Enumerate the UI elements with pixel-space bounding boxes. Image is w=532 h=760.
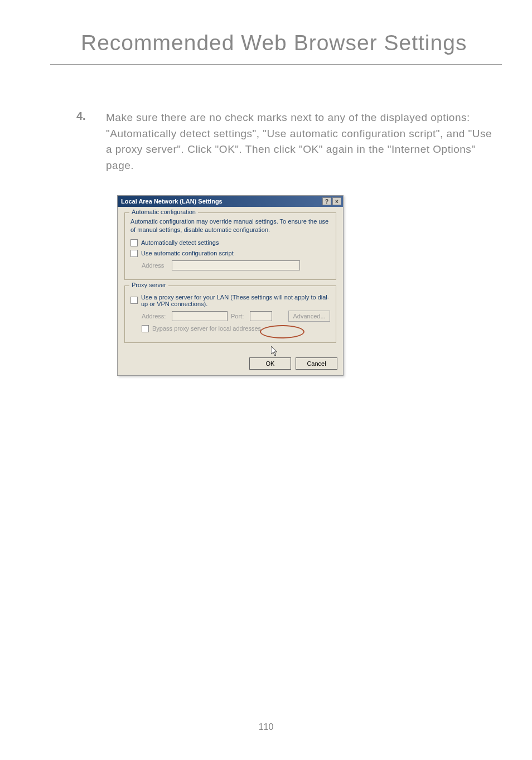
proxy-address-input bbox=[172, 311, 228, 321]
detect-settings-checkbox[interactable] bbox=[130, 239, 138, 246]
close-button[interactable]: × bbox=[332, 197, 341, 205]
config-script-label: Use automatic configuration script bbox=[141, 250, 234, 256]
auto-config-desc: Automatic configuration may override man… bbox=[130, 217, 330, 235]
script-address-label: Address bbox=[142, 262, 168, 269]
page-title: Recommended Web Browser Settings bbox=[81, 31, 467, 55]
page-number: 110 bbox=[259, 722, 274, 732]
detect-settings-label: Automatically detect settings bbox=[141, 239, 219, 246]
config-script-row: Use automatic configuration script bbox=[130, 250, 330, 257]
proxy-address-label: Address: bbox=[142, 313, 168, 320]
script-address-input bbox=[172, 260, 300, 270]
detect-settings-row: Automatically detect settings bbox=[130, 239, 330, 246]
proxy-legend: Proxy server bbox=[129, 282, 168, 288]
script-address-row: Address bbox=[142, 260, 330, 270]
cancel-button[interactable]: Cancel bbox=[296, 357, 337, 370]
dialog-body: Automatic configuration Automatic config… bbox=[118, 207, 343, 354]
advanced-button: Advanced... bbox=[288, 311, 330, 322]
proxy-fieldset: Proxy server Use a proxy server for your… bbox=[124, 285, 336, 343]
use-proxy-row: Use a proxy server for your LAN (These s… bbox=[130, 294, 330, 307]
use-proxy-checkbox[interactable] bbox=[130, 297, 138, 304]
bypass-row: Bypass proxy server for local addresses bbox=[142, 325, 330, 332]
dialog-title: Local Area Network (LAN) Settings bbox=[119, 198, 223, 205]
use-proxy-label: Use a proxy server for your LAN (These s… bbox=[141, 294, 330, 307]
title-underline bbox=[50, 64, 502, 65]
ok-button[interactable]: OK bbox=[249, 357, 291, 370]
config-script-checkbox[interactable] bbox=[130, 250, 138, 257]
bypass-checkbox bbox=[142, 325, 149, 332]
proxy-address-row: Address: Port: Advanced... bbox=[142, 311, 330, 322]
step-text: Make sure there are no check marks next … bbox=[106, 110, 496, 173]
proxy-port-input bbox=[250, 311, 272, 321]
dialog-button-row: OK Cancel bbox=[118, 354, 343, 375]
auto-config-legend: Automatic configuration bbox=[129, 209, 198, 215]
auto-config-fieldset: Automatic configuration Automatic config… bbox=[124, 212, 336, 280]
bypass-label: Bypass proxy server for local addresses bbox=[152, 325, 261, 332]
help-button[interactable]: ? bbox=[322, 197, 331, 205]
step-number: 4. bbox=[76, 110, 86, 123]
dialog-titlebar: Local Area Network (LAN) Settings ? × bbox=[118, 196, 343, 207]
proxy-port-label: Port: bbox=[231, 313, 246, 320]
lan-settings-dialog: Local Area Network (LAN) Settings ? × Au… bbox=[117, 195, 344, 376]
titlebar-buttons: ? × bbox=[322, 197, 341, 205]
